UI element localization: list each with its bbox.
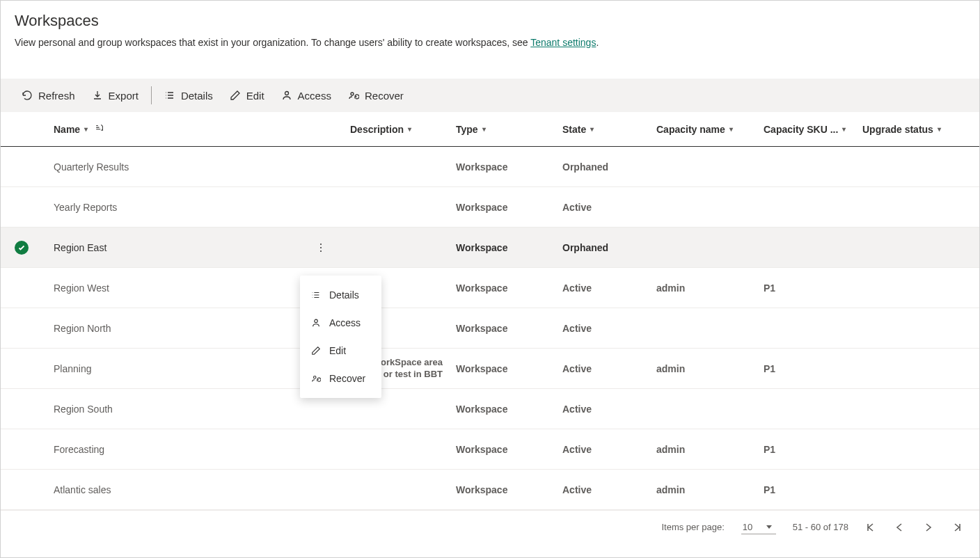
column-name-header[interactable]: Name ▾	[54, 123, 350, 135]
items-per-page-select[interactable]: 10	[741, 520, 776, 534]
table-row[interactable]: Forecasting Workspace Active admin P1	[1, 429, 979, 470]
svg-point-1	[351, 93, 354, 95]
cell-sku: P1	[764, 363, 862, 374]
menu-item-details[interactable]: Details	[300, 281, 381, 309]
pager-nav	[865, 523, 963, 532]
refresh-button[interactable]: Refresh	[13, 84, 84, 106]
column-capacity-sku-label: Capacity SKU ...	[764, 124, 838, 135]
cell-name: Yearly Reports	[54, 202, 350, 213]
cell-sku: P1	[764, 282, 862, 294]
chevron-down-icon: ▾	[408, 125, 411, 133]
items-per-page-label: Items per page:	[661, 522, 724, 532]
more-options-button[interactable]	[313, 239, 329, 256]
recover-icon	[348, 90, 359, 101]
table-row[interactable]: Planning orkSpace area or test in BBT Wo…	[1, 349, 979, 389]
table-row[interactable]: Region North Workspace Active	[1, 308, 979, 349]
table-row[interactable]: Quarterly Results Workspace Orphaned	[1, 147, 979, 187]
dropdown-icon	[766, 525, 772, 529]
access-button[interactable]: Access	[273, 84, 340, 106]
subtitle-after: .	[596, 37, 599, 48]
last-page-button[interactable]	[953, 523, 963, 532]
export-button[interactable]: Export	[84, 84, 147, 106]
page-title: Workspaces	[1, 1, 979, 30]
column-capacity-sku-header[interactable]: Capacity SKU ... ▾	[764, 124, 862, 135]
recover-icon	[311, 374, 321, 383]
export-label: Export	[109, 90, 139, 102]
edit-label: Edit	[246, 90, 264, 102]
toolbar-divider	[151, 86, 152, 104]
cell-type: Workspace	[456, 444, 562, 455]
svg-point-3	[320, 247, 322, 248]
table-header: Name ▾ Description ▾ Type ▾ State ▾ Capa…	[1, 112, 979, 147]
checkmark-icon[interactable]	[15, 241, 29, 255]
column-upgrade-status-header[interactable]: Upgrade status ▾	[862, 124, 960, 135]
cell-state: Orphaned	[562, 242, 656, 253]
menu-item-recover-label: Recover	[329, 373, 365, 384]
page-subtitle: View personal and group workspaces that …	[1, 30, 979, 48]
svg-point-4	[320, 250, 322, 252]
refresh-label: Refresh	[38, 90, 75, 102]
chevron-down-icon: ▾	[482, 125, 486, 133]
cell-capacity: admin	[656, 363, 764, 374]
chevron-down-icon: ▾	[84, 125, 88, 133]
table-row[interactable]: Atlantic sales Workspace Active admin P1	[1, 470, 979, 510]
column-type-header[interactable]: Type ▾	[456, 124, 562, 135]
cell-type: Workspace	[456, 161, 562, 173]
pagination-range: 51 - 60 of 178	[793, 522, 848, 532]
next-page-button[interactable]	[924, 523, 933, 532]
column-state-header[interactable]: State ▾	[562, 124, 656, 135]
column-type-label: Type	[456, 124, 478, 135]
table-row[interactable]: Yearly Reports Workspace Active	[1, 187, 979, 228]
recover-button[interactable]: Recover	[340, 84, 412, 106]
cell-type: Workspace	[456, 202, 562, 213]
chevron-down-icon: ▾	[729, 125, 733, 133]
cell-state: Active	[562, 404, 656, 415]
cell-state: Active	[562, 363, 656, 374]
sort-icon[interactable]	[95, 123, 104, 135]
cell-type: Workspace	[456, 282, 562, 294]
cell-sku: P1	[764, 484, 862, 495]
svg-point-2	[320, 244, 322, 245]
cell-capacity: admin	[656, 484, 764, 495]
menu-item-edit[interactable]: Edit	[300, 337, 381, 365]
cell-sku: P1	[764, 444, 862, 455]
cell-type: Workspace	[456, 323, 562, 334]
column-capacity-name-header[interactable]: Capacity name ▾	[656, 124, 764, 135]
menu-item-access[interactable]: Access	[300, 309, 381, 337]
column-name-label: Name	[54, 124, 80, 135]
table-row[interactable]: Region South Workspace Active	[1, 389, 979, 429]
person-icon	[281, 90, 292, 101]
table-row[interactable]: Region East Workspace Orphaned	[1, 228, 979, 268]
cell-type: Workspace	[456, 242, 562, 253]
refresh-icon	[22, 90, 33, 101]
list-icon	[311, 290, 321, 300]
menu-item-access-label: Access	[329, 317, 361, 328]
chevron-down-icon: ▾	[590, 125, 594, 133]
cell-name: Region East	[54, 242, 350, 253]
column-state-label: State	[562, 124, 586, 135]
table-row[interactable]: Region West Workspace Active admin P1	[1, 268, 979, 308]
menu-item-details-label: Details	[329, 289, 359, 301]
svg-point-6	[314, 376, 317, 379]
cell-name: Forecasting	[54, 444, 350, 455]
column-upgrade-status-label: Upgrade status	[862, 124, 933, 135]
access-label: Access	[298, 90, 331, 102]
edit-button[interactable]: Edit	[221, 84, 273, 106]
chevron-down-icon: ▾	[938, 125, 941, 133]
details-button[interactable]: Details	[156, 84, 221, 106]
prev-page-button[interactable]	[894, 523, 904, 532]
svg-point-0	[285, 92, 288, 95]
cell-name: Atlantic sales	[54, 484, 350, 495]
tenant-settings-link[interactable]: Tenant settings	[530, 37, 596, 48]
cell-state: Active	[562, 323, 656, 334]
toolbar: Refresh Export Details Edit Access Recov…	[1, 79, 979, 112]
menu-item-recover[interactable]: Recover	[300, 365, 381, 392]
chevron-down-icon: ▾	[842, 125, 846, 133]
person-icon	[311, 318, 321, 328]
cell-state: Orphaned	[562, 161, 656, 173]
cell-name: Region South	[54, 404, 350, 415]
cell-state: Active	[562, 202, 656, 213]
cell-state: Active	[562, 484, 656, 495]
first-page-button[interactable]	[865, 523, 875, 532]
column-description-header[interactable]: Description ▾	[350, 124, 456, 135]
